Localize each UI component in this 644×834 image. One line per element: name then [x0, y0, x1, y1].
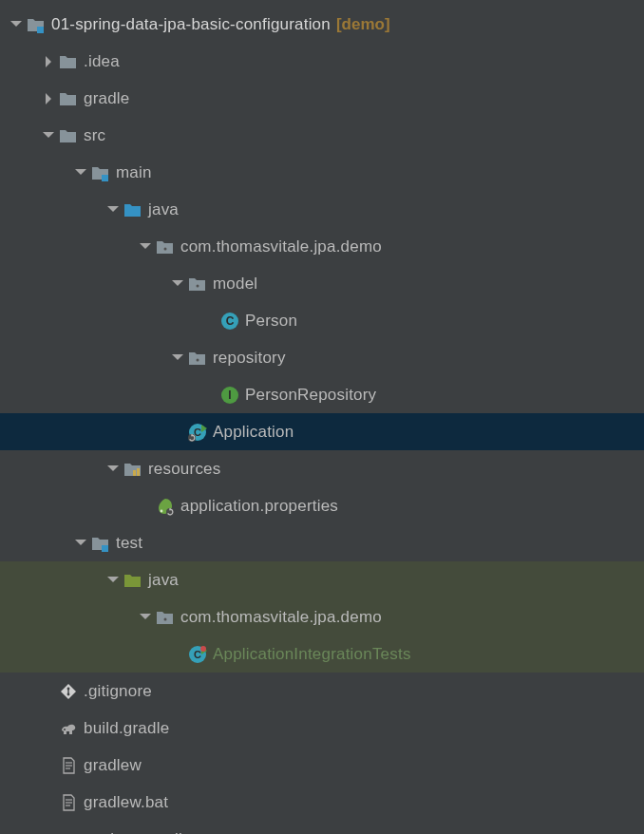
tree-item-label: .idea [84, 52, 120, 71]
package-icon [188, 349, 207, 368]
tree-item[interactable]: model [0, 265, 644, 302]
tree-item-label: application.properties [180, 497, 338, 516]
chevron-down-icon[interactable] [42, 129, 55, 142]
chevron-down-icon[interactable] [106, 574, 120, 587]
tree-item[interactable]: settings.gradle [0, 821, 644, 834]
chevron-down-icon[interactable] [106, 203, 120, 217]
folder-icon [59, 52, 78, 71]
test-source-folder-icon [123, 571, 142, 590]
text-file-icon [59, 793, 78, 812]
tree-item-label: settings.gradle [84, 830, 192, 835]
tree-item-label: java [148, 571, 179, 590]
chevron-down-icon[interactable] [74, 166, 87, 180]
module-folder-icon [91, 163, 110, 182]
tree-item-label: Application [213, 423, 294, 442]
class-icon [220, 312, 239, 331]
tree-item-label: ApplicationIntegrationTests [213, 645, 411, 664]
source-folder-icon [123, 200, 142, 219]
folder-icon [59, 126, 78, 145]
chevron-down-icon[interactable] [9, 18, 23, 31]
tree-item-label: gradle [84, 89, 129, 108]
gitignore-icon [59, 682, 78, 701]
tree-item-label: gradlew.bat [84, 793, 168, 812]
tree-item[interactable]: resources [0, 450, 644, 487]
tree-item-label: src [84, 126, 105, 145]
tree-item-label: gradlew [84, 756, 142, 775]
gradle-icon [59, 830, 78, 835]
tree-item[interactable]: main [0, 154, 644, 191]
tree-item[interactable]: .gitignore [0, 673, 644, 710]
tree-item-label: test [116, 534, 142, 553]
tree-item[interactable]: java [0, 191, 644, 228]
tree-item[interactable]: build.gradle [0, 710, 644, 747]
tree-item-label: java [148, 200, 179, 219]
tree-item[interactable]: src [0, 117, 644, 154]
tree-item-label: .gitignore [84, 682, 152, 701]
tree-item[interactable]: test [0, 524, 644, 561]
tree-item-label: model [213, 275, 257, 294]
runnable-class-icon [188, 423, 207, 442]
chevron-down-icon[interactable] [139, 240, 152, 254]
folder-icon [59, 89, 78, 108]
tree-item-label: com.thomasvitale.jpa.demo [180, 608, 382, 627]
tree-item-label: PersonRepository [245, 386, 376, 405]
chevron-down-icon[interactable] [106, 463, 120, 476]
tree-item-label: main [116, 163, 152, 182]
tree-item[interactable]: ApplicationIntegrationTests [0, 635, 644, 673]
tree-item[interactable]: java [0, 561, 644, 598]
spring-config-icon [156, 497, 175, 516]
package-icon [188, 275, 207, 294]
tree-item[interactable]: repository [0, 339, 644, 376]
tree-item[interactable]: application.properties [0, 487, 644, 524]
text-file-icon [59, 756, 78, 775]
chevron-right-icon[interactable] [42, 55, 55, 68]
chevron-down-icon[interactable] [171, 351, 184, 365]
tree-item[interactable]: gradlew [0, 747, 644, 784]
gradle-icon [59, 719, 78, 738]
tree-item[interactable]: com.thomasvitale.jpa.demo [0, 228, 644, 265]
tree-item-label: Person [245, 312, 297, 331]
project-tree[interactable]: 01-spring-data-jpa-basic-configuration [… [0, 0, 644, 834]
tree-item[interactable]: gradle [0, 80, 644, 117]
tree-item[interactable]: Person [0, 302, 644, 339]
chevron-down-icon[interactable] [74, 537, 87, 550]
module-folder-icon [27, 15, 46, 34]
package-icon [156, 237, 175, 256]
tree-item-label: repository [213, 349, 286, 368]
module-folder-icon [91, 534, 110, 553]
package-icon [156, 608, 175, 627]
tree-item-label: resources [148, 460, 220, 479]
interface-icon [220, 386, 239, 405]
tree-item[interactable]: gradlew.bat [0, 784, 644, 821]
tree-item[interactable]: PersonRepository [0, 376, 644, 413]
resources-folder-icon [123, 460, 142, 479]
tree-item-selected[interactable]: Application [0, 413, 644, 450]
tree-item[interactable]: com.thomasvitale.jpa.demo [0, 598, 644, 635]
test-class-icon [188, 645, 207, 664]
tree-item-label: 01-spring-data-jpa-basic-configuration [51, 15, 331, 34]
chevron-down-icon[interactable] [139, 611, 152, 624]
tree-item-context: [demo] [336, 15, 390, 34]
tree-item-label: build.gradle [84, 719, 169, 738]
tree-item-label: com.thomasvitale.jpa.demo [180, 237, 382, 256]
chevron-down-icon[interactable] [171, 277, 184, 291]
chevron-right-icon[interactable] [42, 92, 55, 105]
tree-item[interactable]: .idea [0, 43, 644, 80]
tree-item-root[interactable]: 01-spring-data-jpa-basic-configuration [… [0, 6, 644, 43]
